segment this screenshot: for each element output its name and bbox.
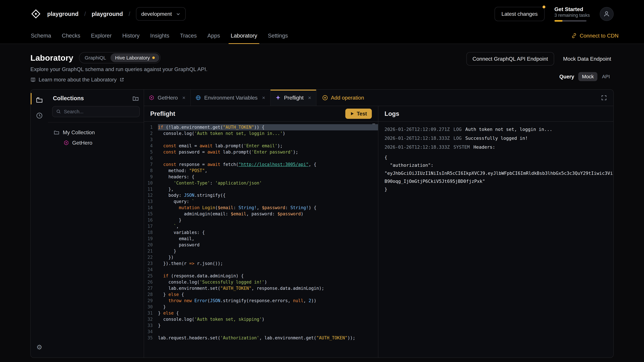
graphql-icon bbox=[149, 95, 154, 100]
settings-rail-button[interactable]: ⚙ bbox=[33, 341, 46, 353]
add-operation-button[interactable]: Add operation bbox=[316, 90, 370, 106]
breadcrumb-org[interactable]: playground bbox=[47, 11, 79, 17]
close-tab-icon[interactable]: × bbox=[308, 95, 311, 101]
new-collection-icon[interactable] bbox=[132, 95, 139, 102]
collection-operation-gethero[interactable]: GetHero bbox=[51, 138, 140, 148]
breadcrumb-project[interactable]: playground bbox=[92, 11, 123, 17]
code-line[interactable]: 35lab.request.headers.set('Authorization… bbox=[144, 335, 378, 341]
code-editor[interactable]: — 1if (!lab.environment.get("AUTH_TOKEN"… bbox=[144, 122, 378, 358]
logs-title: Logs bbox=[384, 110, 399, 117]
nav-tab-traces[interactable]: Traces bbox=[174, 28, 202, 44]
code-line[interactable]: 14 mutation Login($email: String!, $pass… bbox=[144, 205, 378, 211]
mode-graphiql[interactable]: GraphiQL bbox=[80, 53, 110, 62]
line-number: 30 bbox=[144, 304, 158, 310]
code-line-content: } bbox=[158, 248, 378, 254]
code-line[interactable]: 30 } bbox=[144, 304, 378, 310]
line-number: 35 bbox=[144, 335, 158, 341]
scrollbar-thumb[interactable]: — bbox=[372, 122, 375, 126]
code-line[interactable]: 29 throw new Error(JSON.stringify(respon… bbox=[144, 298, 378, 304]
code-line[interactable]: 13 query: ` bbox=[144, 198, 378, 205]
line-number: 4 bbox=[144, 143, 158, 149]
get-started-widget[interactable]: Get Started 3 remaining tasks bbox=[554, 6, 590, 22]
code-line[interactable]: 17 `, bbox=[144, 223, 378, 229]
line-number: 20 bbox=[144, 242, 158, 248]
code-line[interactable]: 16 } bbox=[144, 217, 378, 223]
test-button[interactable]: Test bbox=[345, 109, 372, 119]
code-line[interactable]: 7 const response = await fetch("http://l… bbox=[144, 161, 378, 168]
header-actions: Latest changes Get Started 3 remaining t… bbox=[494, 6, 614, 22]
code-line[interactable]: 34 bbox=[144, 329, 378, 335]
log-level: LOG bbox=[454, 136, 462, 141]
code-line[interactable]: 10 'Content-Type': 'application/json' bbox=[144, 180, 378, 186]
code-line[interactable]: 20 password bbox=[144, 242, 378, 248]
query-mode-mock[interactable]: Mock bbox=[578, 72, 598, 81]
workspace-main: GetHero×Environment Variables×Preflight×… bbox=[144, 90, 613, 358]
main-nav: SchemaChecksExplorerHistoryInsightsTrace… bbox=[0, 28, 644, 44]
collections-rail-button[interactable] bbox=[33, 94, 46, 106]
log-level: SYSTEM bbox=[454, 144, 470, 150]
nav-tab-laboratory[interactable]: Laboratory bbox=[226, 28, 263, 44]
code-line-content: method: "POST", bbox=[158, 168, 378, 174]
close-tab-icon[interactable]: × bbox=[262, 95, 265, 101]
search-input[interactable] bbox=[64, 109, 136, 114]
code-line[interactable]: 23 }).then(r => r.json()); bbox=[144, 260, 378, 267]
tab-gethero[interactable]: GetHero× bbox=[144, 90, 191, 106]
code-line[interactable]: 3 bbox=[144, 137, 378, 143]
code-line[interactable]: 21 } bbox=[144, 248, 378, 254]
preflight-icon bbox=[276, 95, 281, 100]
code-line[interactable]: 5 const password = await lab.prompt('Ent… bbox=[144, 149, 378, 155]
link-icon bbox=[572, 33, 577, 38]
code-line[interactable]: 18 variables: { bbox=[144, 229, 378, 236]
history-clock-icon bbox=[36, 112, 43, 119]
nav-tab-history[interactable]: History bbox=[117, 28, 145, 44]
code-line[interactable]: 33} bbox=[144, 323, 378, 329]
code-line[interactable]: 26 console.log('Successfully logged in!'… bbox=[144, 279, 378, 285]
connect-cdn-link[interactable]: Connect to CDN bbox=[572, 28, 618, 44]
line-number: 27 bbox=[144, 285, 158, 292]
code-line[interactable]: 12 body: JSON.stringify({ bbox=[144, 192, 378, 198]
code-line[interactable]: 28 } else { bbox=[144, 292, 378, 298]
tab-environment-variables[interactable]: Environment Variables× bbox=[191, 90, 270, 106]
code-line[interactable]: 6 bbox=[144, 155, 378, 161]
code-line[interactable]: 27 lab.environment.set("AUTH_TOKEN", res… bbox=[144, 285, 378, 292]
nav-tab-schema[interactable]: Schema bbox=[26, 28, 56, 44]
hive-logo[interactable] bbox=[30, 8, 42, 19]
code-line[interactable]: 4 const email = await lab.prompt('Enter … bbox=[144, 143, 378, 149]
code-line[interactable]: 31} else { bbox=[144, 310, 378, 316]
tab-preflight[interactable]: Preflight× bbox=[270, 90, 316, 106]
code-line[interactable]: 1if (!lab.environment.get("AUTH_TOKEN"))… bbox=[144, 124, 378, 130]
mock-endpoint-button[interactable]: Mock Data Endpoint bbox=[561, 52, 614, 65]
code-line[interactable]: 22 }) bbox=[144, 254, 378, 260]
nav-tab-apps[interactable]: Apps bbox=[202, 28, 226, 44]
learn-more-link[interactable]: Learn more about the Laboratory bbox=[30, 77, 208, 83]
connect-endpoint-button[interactable]: Connect GraphQL API Endpoint bbox=[466, 52, 554, 65]
log-entry: 2026-01-26T12:12:18.333ZLOGSuccessfully … bbox=[384, 136, 607, 141]
code-line[interactable]: 11 }, bbox=[144, 186, 378, 192]
code-line-content: }, bbox=[158, 186, 378, 192]
mode-hive-laboratory[interactable]: Hive Laboratory bbox=[110, 53, 159, 62]
target-selector[interactable]: development bbox=[136, 7, 186, 21]
chevron-down-icon bbox=[176, 12, 180, 16]
query-mode-api[interactable]: API bbox=[598, 72, 614, 81]
collection-folder-my-collection[interactable]: My Collection bbox=[51, 127, 140, 138]
code-line[interactable]: 8 method: "POST", bbox=[144, 168, 378, 174]
nav-tab-insights[interactable]: Insights bbox=[145, 28, 175, 44]
history-rail-button[interactable] bbox=[33, 109, 46, 122]
collections-search[interactable] bbox=[52, 106, 140, 117]
code-line[interactable]: 15 adminLogin(email: $email, password: $… bbox=[144, 211, 378, 217]
latest-changes-button[interactable]: Latest changes bbox=[494, 7, 544, 21]
fullscreen-button[interactable] bbox=[595, 90, 613, 106]
code-line[interactable]: 32 console.log('Auth token set, skipping… bbox=[144, 316, 378, 323]
code-line[interactable]: 2 console.log('Auth token not set, loggi… bbox=[144, 130, 378, 137]
close-tab-icon[interactable]: × bbox=[182, 95, 186, 101]
code-line[interactable]: 24 bbox=[144, 267, 378, 273]
logs-output[interactable]: 2026-01-26T12:12:09.271ZLOGAuth token no… bbox=[378, 122, 613, 358]
nav-tab-checks[interactable]: Checks bbox=[56, 28, 86, 44]
user-avatar[interactable] bbox=[600, 7, 614, 21]
nav-tab-explorer[interactable]: Explorer bbox=[86, 28, 117, 44]
code-line[interactable]: 19 email, bbox=[144, 236, 378, 242]
editor-title: Preflight bbox=[150, 110, 175, 117]
nav-tab-settings[interactable]: Settings bbox=[262, 28, 293, 44]
code-line[interactable]: 25 if (response.data.adminLogin) { bbox=[144, 273, 378, 279]
code-line[interactable]: 9 headers: { bbox=[144, 174, 378, 180]
